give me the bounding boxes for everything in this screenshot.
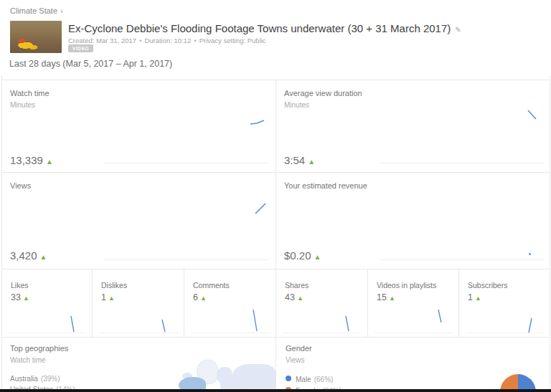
sparkline-baseline [104,163,269,163]
likes-card: Likes 33▲ [1,269,92,337]
avg-view-duration-label[interactable]: Average view duration [284,89,362,97]
comments-card: Comments 6▲ [184,269,276,337]
trend-up-icon: ▲ [200,295,207,302]
shares-card: Shares 43▲ [276,269,367,337]
watch-time-label[interactable]: Watch time [10,89,50,97]
trend-up-icon: ▲ [308,158,315,166]
trend-up-icon: ▲ [23,295,29,302]
divider [550,75,550,389]
likes-value: 33 [11,292,21,302]
views-label[interactable]: Views [10,181,31,190]
trend-up-icon: ▲ [297,295,303,302]
views-card: Views 3,420▲ [1,172,276,269]
breadcrumb-channel[interactable]: Climate State [10,6,57,15]
trend-up-icon: ▲ [40,253,47,261]
estimated-revenue-value: $0.20 [284,249,311,262]
youtube-analytics-page: Climate State› Ex-Cyclone Debbie's Flood… [0,0,551,392]
videos-in-playlists-value: 15 [377,292,387,302]
chevron-right-icon: › [60,6,63,15]
comments-sparkline [250,307,260,334]
sparkline-baseline [375,333,453,333]
estimated-revenue-label[interactable]: Your estimated revenue [284,181,367,190]
bottom-edge-bar [0,389,551,392]
sparkline-baseline [104,259,269,260]
trend-up-icon: ▲ [389,295,395,302]
subscribers-label[interactable]: Subscribers [468,281,507,290]
video-created: Created: Mar 31, 2017 [68,37,136,44]
watch-time-card: Watch time Minutes 13,339▲ [1,80,276,172]
male-dot [286,376,291,381]
views-sparkline [253,201,268,216]
shares-label[interactable]: Shares [285,281,309,290]
avg-view-duration-value: 3:54 [284,154,305,166]
top-geographies-unit: Watch time [10,356,46,364]
video-thumbnail[interactable] [10,21,62,53]
sparkline-baseline [380,259,544,260]
trend-up-icon: ▲ [46,158,53,166]
dislikes-label[interactable]: Dislikes [101,281,127,290]
video-privacy: Privacy setting: Public [199,37,266,44]
likes-label[interactable]: Likes [11,281,29,290]
views-value: 3,420 [10,249,37,262]
video-duration: Duration: 10:12 [144,37,191,44]
breadcrumb[interactable]: Climate State› [10,6,63,15]
watch-time-value: 13,339 [10,154,43,166]
video-title: Ex-Cyclone Debbie's Flooding Footage Tow… [68,22,451,34]
geo-item-pct: (39%) [41,375,60,383]
subscribers-sparkline [526,316,534,335]
top-geographies-card: Top geographies Watch time Australia(39%… [1,337,276,392]
videos-in-playlists-card: Videos in playlists 15▲ [367,269,458,337]
estimated-revenue-card: Your estimated revenue $0.20▲ [276,172,550,269]
dislikes-card: Dislikes 1▲ [92,269,184,337]
dislikes-value: 1 [101,292,106,302]
video-meta: Created: Mar 31, 2017•Duration: 10:12•Pr… [68,37,266,44]
top-geographies-label[interactable]: Top geographies [10,344,68,353]
avg-view-duration-sparkline [526,108,539,122]
video-type-badge: VIDEO [68,44,93,52]
watch-time-sparkline [248,117,267,127]
avg-view-duration-card: Average view duration Minutes 3:54▲ [276,80,550,172]
avg-view-duration-unit: Minutes [284,101,309,109]
subscribers-card: Subscribers 1▲ [458,269,550,337]
gender-item-pct: (66%) [314,376,334,383]
videos-in-playlists-label[interactable]: Videos in playlists [377,281,436,290]
gender-item-name: Male [296,376,311,383]
sparkline-baseline [380,163,544,163]
dislikes-sparkline [160,317,167,334]
videos-in-playlists-sparkline [435,307,443,325]
comments-label[interactable]: Comments [193,281,230,290]
gender-unit: Views [286,356,305,364]
shares-value: 43 [285,292,295,302]
revenue-sparkline-point [529,253,531,255]
watch-time-unit: Minutes [10,101,35,109]
likes-sparkline [68,314,77,334]
geo-item-name: Australia [10,375,38,383]
gender-card: Gender Views Male(66%) Female(34%) [276,337,550,392]
gender-label[interactable]: Gender [286,344,312,353]
trend-up-icon: ▲ [475,295,481,302]
trend-up-icon: ▲ [314,253,321,261]
shares-sparkline [343,314,351,333]
trend-up-icon: ▲ [108,295,115,302]
date-range[interactable]: Last 28 days (Mar 5, 2017 – Apr 1, 2017) [9,59,172,69]
comments-value: 6 [193,292,198,302]
edit-icon[interactable]: ✎ [455,26,461,34]
subscribers-value: 1 [468,292,473,302]
